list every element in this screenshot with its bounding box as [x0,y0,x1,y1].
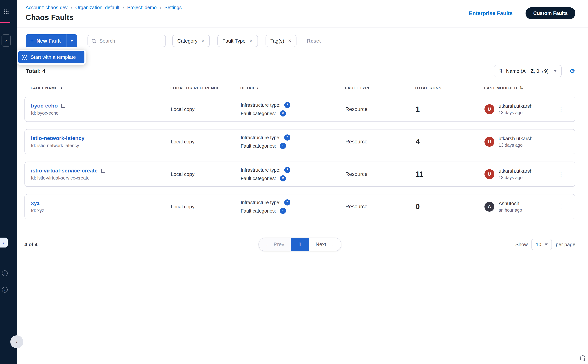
avatar: A [484,202,494,212]
fault-category-icon[interactable]: * [280,143,286,149]
sidebar-collapse-handle[interactable]: ‹ [10,335,23,348]
prev-page-button[interactable]: ← Prev [259,238,291,251]
show-label: Show [515,242,528,247]
enterprise-faults-link[interactable]: Enterprise Faults [469,10,513,16]
chevron-left-icon: ‹ [16,339,18,345]
header-actions: Enterprise Faults Custom Faults [469,7,575,19]
col-total-runs: TOTAL RUNS [415,86,484,90]
per-page-label: per page [556,242,575,247]
avatar: U [484,104,494,114]
filter-tags[interactable]: Tag(s) ✕ [266,35,297,47]
arrow-left-icon: ← [265,242,270,247]
apps-grid-icon[interactable] [4,9,9,14]
next-page-button[interactable]: Next → [309,238,341,251]
row-menu-icon[interactable]: ⋮ [558,138,564,145]
kubernetes-icon[interactable]: * [284,102,290,108]
toolbar: + New Fault Start with a template Catego… [17,27,588,47]
pagination: 4 of 4 ← Prev 1 Next → Show 10 per page [17,238,588,251]
search-icon [92,39,96,43]
row-checkbox-icon[interactable] [61,104,65,108]
fault-type: Resource [345,139,415,145]
plus-icon: + [30,37,34,45]
local-or-reference: Local copy [171,171,241,177]
chevron-right-icon: › [5,37,7,44]
refresh-icon[interactable]: ⟳ [570,68,575,74]
fault-type: Resource [345,204,415,210]
filter-fault-type[interactable]: Fault Type ✕ [217,35,258,47]
fault-name-link[interactable]: byoc-echo [31,103,58,109]
custom-faults-button[interactable]: Custom Faults [526,7,575,19]
details-cell: Infrastructure type: * Fault categories:… [241,167,345,182]
fault-name-link[interactable]: xyz [31,200,39,206]
faults-table: FAULT NAME ▲ LOCAL OR REFERENCE DETAILS … [17,85,588,219]
row-menu-icon[interactable]: ⋮ [558,203,564,210]
local-or-reference: Local copy [171,204,241,210]
arrow-right-icon: → [329,242,334,247]
col-local-or-reference: LOCAL OR REFERENCE [170,86,240,90]
chevron-down-icon [70,40,73,42]
new-fault-button[interactable]: + New Fault [26,34,77,47]
col-last-modified[interactable]: LAST MODIFIED ⇅ [484,85,553,91]
table-row: istio-virtual-service-create Id: istio-v… [25,162,575,187]
chevron-right-icon: › [123,5,124,11]
fault-name-link[interactable]: istio-network-latency [31,135,85,141]
close-icon[interactable]: ✕ [288,38,292,43]
fault-type: Resource [345,106,415,112]
sort-select-value: Name (A→Z, 0→9) [506,68,549,74]
fault-category-icon[interactable]: * [280,175,286,182]
chevron-down-icon [554,70,557,72]
details-cell: Infrastructure type: * Fault categories:… [241,134,345,149]
kubernetes-icon[interactable]: * [284,134,290,141]
fault-category-icon[interactable]: * [280,208,286,214]
local-or-reference: Local copy [171,139,241,145]
col-fault-type: FAULT TYPE [345,86,415,90]
col-details: DETAILS [240,86,345,90]
new-fault-wrap: + New Fault Start with a template [26,34,77,47]
search-input[interactable] [98,38,162,44]
sort-controls: ⇅ Name (A→Z, 0→9) ⟳ [494,65,575,77]
result-count: 4 of 4 [25,242,258,247]
modified-by: Ashutosh [499,201,522,207]
fault-category-icon[interactable]: * [280,110,286,117]
local-or-reference: Local copy [171,106,241,112]
close-icon[interactable]: ✕ [201,38,205,43]
module-accent-bar [0,22,10,23]
page-header: Account: chaos-dev › Organization: defau… [17,0,588,27]
new-fault-dropdown: Start with a template [17,50,86,65]
template-icon [22,55,27,60]
fault-type: Resource [345,171,415,177]
details-cell: Infrastructure type: * Fault categories:… [241,102,345,117]
kubernetes-icon[interactable]: * [284,199,290,206]
filter-category[interactable]: Category ✕ [172,35,210,47]
page-size-select[interactable]: 10 [531,239,552,250]
fault-name-link[interactable]: istio-virtual-service-create [31,168,98,174]
new-fault-dropdown-toggle[interactable] [66,34,77,47]
breadcrumb-settings[interactable]: Settings [164,5,182,10]
fault-id: Id: xyz [31,208,171,213]
reset-filters-link[interactable]: Reset [307,38,321,44]
last-modified-cell: U utkarsh.utkarsh 13 days ago [484,136,553,148]
sort-arrows-icon: ⇅ [520,85,523,91]
breadcrumb-project[interactable]: Project: demo [127,5,157,10]
info-icon[interactable]: i [2,287,8,292]
table-row: xyz Id: xyz Local copy Infrastructure ty… [25,194,575,219]
sidebar-project-selector[interactable]: › [1,34,11,47]
chevron-down-icon [545,243,548,245]
row-checkbox-icon[interactable] [101,169,105,173]
page-1-button[interactable]: 1 [291,238,309,251]
start-with-template-item[interactable]: Start with a template [18,51,85,63]
info-icon[interactable]: i [2,270,8,276]
breadcrumb-organization[interactable]: Organization: default [75,5,119,10]
total-runs: 11 [415,170,484,178]
row-menu-icon[interactable]: ⋮ [558,106,564,113]
sidebar-expand-button[interactable]: › [0,238,8,247]
support-headset-icon[interactable] [579,354,586,363]
modified-time: an hour ago [499,208,522,213]
kubernetes-icon[interactable]: * [284,167,290,173]
col-fault-name[interactable]: FAULT NAME ▲ [31,86,170,90]
close-icon[interactable]: ✕ [249,38,253,43]
sort-select[interactable]: ⇅ Name (A→Z, 0→9) [494,65,562,77]
breadcrumb-account[interactable]: Account: chaos-dev [26,5,68,10]
row-menu-icon[interactable]: ⋮ [558,171,564,178]
modified-time: 13 days ago [499,175,533,180]
